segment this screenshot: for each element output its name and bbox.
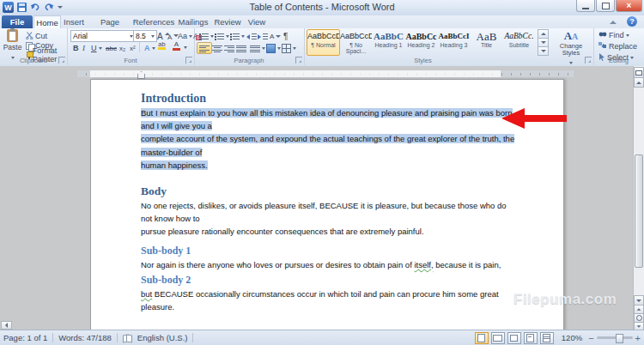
sub2-text-post: BECAUSE occasionally circumstances occur… [141,289,499,312]
style-heading1[interactable]: AaBbC Heading 1 [372,29,405,56]
group-styles: AaBbCcDc ¶ Normal AaBbCcDc ¶ No Spaci...… [304,28,594,65]
sub-body-2-paragraph[interactable]: but BECAUSE occasionally circumstances o… [141,288,519,313]
tab-home[interactable]: Home [33,15,61,29]
style-normal[interactable]: AaBbCcDc ¶ Normal [307,29,340,56]
status-right: 120% − + [475,330,641,345]
font-size-combobox[interactable]: 8.5 [133,30,157,42]
bold-icon: B [73,44,79,52]
style-heading3[interactable]: AaBbCcI Heading 3 [437,29,471,56]
web-layout-icon [510,335,518,342]
heading-body[interactable]: Body [141,184,519,198]
style-subtitle-name: Subtitle [503,42,535,48]
style-no-spacing[interactable]: AaBbCcDc ¶ No Spaci... [339,29,373,56]
zoom-in-button[interactable]: + [635,334,641,342]
style-heading2[interactable]: AaBbCc Heading 2 [404,29,438,56]
proofing-status-icon[interactable] [123,334,132,342]
superscript-icon: x² [130,45,136,52]
font-family-combobox[interactable]: Arial [70,30,136,42]
ribbon: Paste Cut Copy Format Painter [0,28,644,67]
tab-references[interactable]: References [132,15,175,28]
heading-introduction[interactable]: Introduction [141,91,519,106]
shading-icon [266,44,276,53]
body-line-2: pursue pleasure rationally encounter con… [141,225,519,238]
sub-body-1-paragraph[interactable]: Nor again is there anyone who loves or p… [141,258,519,271]
word-count[interactable]: Words: 47/188 [58,333,112,342]
sub1-grammar-marked-word: itself, [414,260,433,269]
sub1-text-post: because it is pain, [434,260,501,269]
tab-page-layout[interactable]: Page Layout [88,15,132,28]
change-styles-button[interactable]: AA Change Styles [551,29,591,56]
tab-file[interactable]: File [2,15,33,28]
sort-icon: A [270,33,274,40]
restore-button[interactable] [596,0,615,12]
font-color-dropdown-icon[interactable] [184,46,187,49]
borders-button[interactable] [279,42,299,54]
body-line-1: No one rejects, dislikes, or avoids plea… [141,199,519,225]
tab-view[interactable]: View [244,15,270,28]
horizontal-scroll-left-button[interactable] [1,321,12,330]
minimize-ribbon-icon[interactable] [610,21,617,24]
styles-gallery-more-button[interactable] [538,46,549,56]
strikethrough-icon: abc [106,45,117,52]
change-styles-label: Change Styles [551,43,591,57]
zoom-level[interactable]: 120% [562,333,582,342]
bullets-icon [199,32,209,41]
style-heading3-preview: AaBbCcI [438,30,470,42]
style-subtitle[interactable]: AaBbCc. Subtitle [502,29,536,56]
superscript-button[interactable]: x² [127,42,138,54]
tab-review[interactable]: Review [211,15,244,28]
underline-button[interactable]: U [88,42,105,54]
scrollbar-thumb[interactable] [635,154,643,268]
status-separator [117,333,118,342]
scroll-up-button[interactable] [634,77,644,88]
replace-button[interactable]: Replace [596,40,640,52]
view-web-layout-button[interactable] [507,332,521,344]
style-no-spacing-preview: AaBbCcDc [340,30,372,42]
annotation-arrow-tail [524,115,567,122]
style-title[interactable]: AaB Title [470,29,503,56]
zoom-slider[interactable] [597,336,633,339]
style-heading2-name: Heading 2 [405,42,437,48]
heading-sub-body-1[interactable]: Sub-body 1 [141,245,519,257]
page-indicator[interactable]: Page: 1 of 1 [3,333,47,342]
italic-button[interactable]: I [80,42,88,54]
styles-dialog-launcher-icon[interactable] [585,57,592,64]
styles-down-icon [541,41,546,44]
tab-mailings[interactable]: Mailings [175,15,211,28]
status-left: Page: 1 of 1 Words: 47/188 English (U.S.… [3,330,193,345]
view-full-screen-reading-button[interactable] [491,332,505,344]
text-highlight-button[interactable]: ab [155,40,168,55]
minimize-button[interactable] [576,0,595,12]
view-outline-button[interactable] [524,332,538,344]
body-paragraph[interactable]: No one rejects, dislikes, or avoids plea… [141,199,519,239]
view-print-layout-button[interactable] [475,332,489,344]
horizontal-ruler[interactable] [77,70,574,77]
close-button[interactable]: × [616,0,642,12]
font-dialog-launcher-icon[interactable] [185,57,192,64]
document-page[interactable]: Introduction But I must explain to you h… [90,79,564,330]
zoom-slider-thumb[interactable] [616,334,623,343]
paste-button[interactable]: Paste [2,29,23,56]
font-color-button[interactable]: A [170,40,183,55]
find-button[interactable]: Find [596,29,632,41]
clipboard-group-label: Clipboard [0,57,67,64]
clipboard-dialog-launcher-icon[interactable] [58,57,65,64]
group-clipboard: Paste Cut Copy Format Painter [0,28,68,65]
zoom-out-button[interactable]: − [588,334,593,342]
show-formatting-marks-button[interactable]: ¶ [281,30,290,42]
ruler-toggle-icon [635,70,642,76]
word-window: W Table of Contents - Microsoft Word × F… [0,0,644,345]
vertical-scrollbar[interactable] [633,66,644,330]
view-draft-button[interactable] [540,332,554,344]
text-effects-icon: A [144,44,150,52]
underline-icon: U [91,44,97,52]
language-indicator[interactable]: English (U.S.) [137,333,188,342]
change-styles-icon: A [564,29,572,42]
tab-insert[interactable]: Insert [60,15,88,28]
intro-paragraph[interactable]: But I must explain to you how all this m… [141,106,519,172]
style-no-spacing-name: ¶ No Spaci... [340,42,372,54]
paragraph-dialog-launcher-icon[interactable] [295,57,302,64]
style-normal-preview: AaBbCcDc [307,30,339,42]
help-icon[interactable]: ? [627,16,637,27]
heading-sub-body-2[interactable]: Sub-body 2 [141,274,519,287]
